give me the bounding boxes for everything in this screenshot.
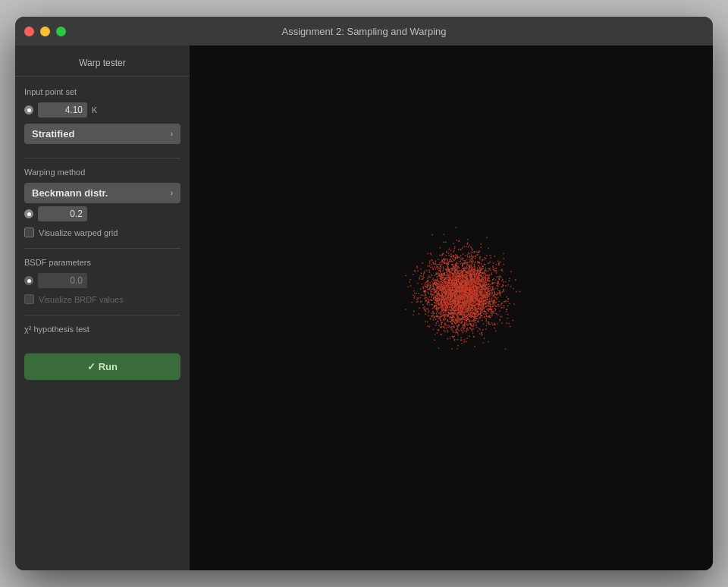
divider-3 xyxy=(24,315,180,315)
point-set-radio[interactable] xyxy=(24,105,33,115)
traffic-lights xyxy=(24,27,66,36)
divider-1 xyxy=(24,158,180,159)
app-window: Assignment 2: Sampling and Warping Warp … xyxy=(15,17,713,570)
close-button[interactable] xyxy=(24,27,34,36)
visualize-grid-label: Visualize warped grid xyxy=(39,228,118,237)
sidebar-panel: Warp tester Input point set K Stratified… xyxy=(15,46,190,570)
input-point-set-label: Input point set xyxy=(24,87,180,96)
run-button[interactable]: ✓ Run xyxy=(24,353,180,380)
stratified-chevron: › xyxy=(171,130,173,138)
main-content: Warp tester Input point set K Stratified… xyxy=(15,46,713,570)
warping-param-row xyxy=(24,206,180,221)
window-title: Assignment 2: Sampling and Warping xyxy=(281,26,446,37)
visualize-brdf-checkbox[interactable] xyxy=(24,294,34,304)
maximize-button[interactable] xyxy=(56,27,66,36)
chi2-section: χ² hypothesis test xyxy=(15,322,190,347)
bsdf-section: BSDF parameters Visualize BRDF values xyxy=(15,255,190,312)
point-count-unit: K xyxy=(92,105,97,115)
titlebar: Assignment 2: Sampling and Warping xyxy=(15,17,713,46)
dot-canvas xyxy=(190,46,713,570)
visualize-brdf-label: Visualize BRDF values xyxy=(39,295,124,304)
warping-param-input[interactable] xyxy=(38,206,87,221)
point-set-input-row: K xyxy=(24,102,180,118)
warping-param-radio[interactable] xyxy=(24,209,33,218)
point-count-input[interactable] xyxy=(38,102,87,118)
beckmann-chevron: › xyxy=(171,189,173,197)
beckmann-label: Beckmann distr. xyxy=(32,187,108,199)
visualize-brdf-row: Visualize BRDF values xyxy=(24,294,180,304)
sidebar-header: Warp tester xyxy=(15,53,190,77)
minimize-button[interactable] xyxy=(40,27,50,36)
visualization-view xyxy=(190,46,713,570)
warping-method-label: Warping method xyxy=(24,168,180,177)
bsdf-param-input[interactable] xyxy=(38,273,87,288)
bsdf-param-row xyxy=(24,273,180,288)
bsdf-radio[interactable] xyxy=(24,276,33,285)
bsdf-label: BSDF parameters xyxy=(24,258,180,267)
chi2-label: χ² hypothesis test xyxy=(24,325,180,334)
divider-2 xyxy=(24,248,180,249)
visualize-grid-checkbox[interactable] xyxy=(24,228,34,237)
stratified-dropdown[interactable]: Stratified › xyxy=(24,124,180,144)
stratified-label: Stratified xyxy=(32,128,74,140)
visualize-grid-row: Visualize warped grid xyxy=(24,228,180,237)
warping-method-section: Warping method Beckmann distr. › Visuali… xyxy=(15,165,190,245)
input-point-set-section: Input point set K Stratified › xyxy=(15,84,190,155)
beckmann-dropdown[interactable]: Beckmann distr. › xyxy=(24,183,180,203)
